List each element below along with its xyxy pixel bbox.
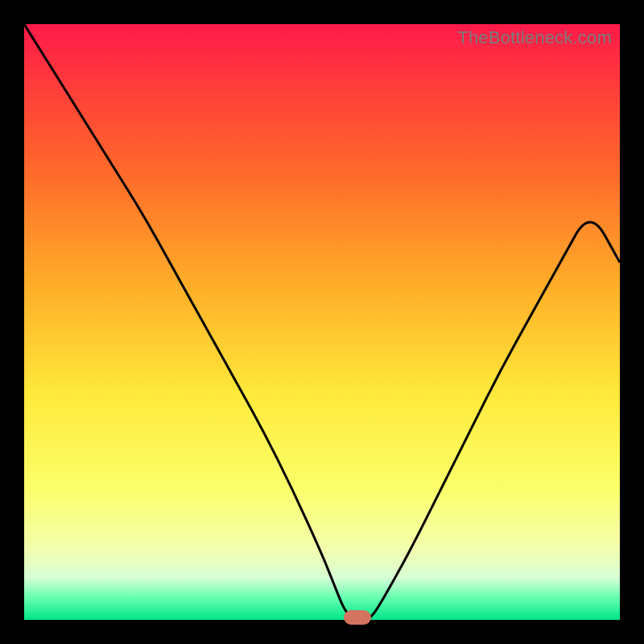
curve-path [24,24,620,620]
bottleneck-curve [24,24,620,620]
chart-frame: TheBottleneck.com [0,0,644,644]
plot-area: TheBottleneck.com [24,24,620,620]
optimal-marker [344,610,371,625]
